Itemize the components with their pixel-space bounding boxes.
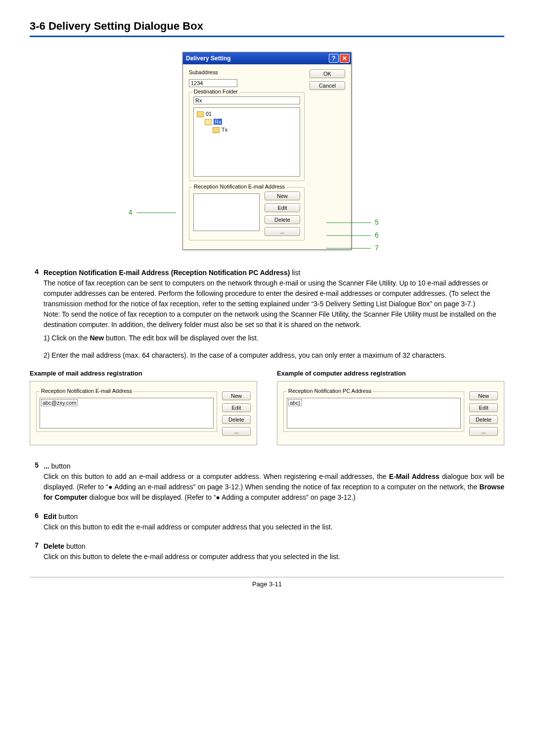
callout-6-line — [326, 235, 371, 236]
ex-pc-delete[interactable]: Delete — [469, 415, 498, 424]
item-7-p: Click on this button to delete the e-mai… — [44, 552, 504, 562]
more-button[interactable]: ... — [265, 227, 300, 236]
new-button[interactable]: New — [265, 191, 300, 200]
ex-pc-list[interactable]: abc — [287, 398, 461, 428]
ex-mail-legend: Reception Notification E-mail Address — [40, 388, 134, 394]
cancel-button[interactable]: Cancel — [310, 81, 345, 90]
tree-node-rx[interactable]: Rx — [197, 118, 297, 126]
folder-tree[interactable]: 01 Rx Tx — [193, 107, 300, 177]
example-pc-title: Example of computer address registration — [277, 370, 504, 377]
item-6-suffix: button — [56, 513, 78, 520]
item-7: 7 Delete button Click on this button to … — [30, 541, 504, 562]
dialog-titlebar: Delivery Setting ? ✕ — [183, 52, 351, 64]
help-button[interactable]: ? — [329, 54, 339, 63]
item-5-pc: dialogue box will be displayed. (Refer t… — [88, 493, 356, 501]
item-6-num: 6 — [30, 512, 39, 532]
notification-legend: Reception Notification E-mail Address — [192, 184, 286, 189]
notification-list[interactable] — [193, 193, 260, 231]
edit-button[interactable]: Edit — [265, 203, 300, 212]
item-5-b1: E-Mail Address — [389, 472, 440, 480]
ex-mail-new[interactable]: New — [222, 391, 251, 400]
item-7-num: 7 — [30, 541, 39, 562]
dialog-title: Delivery Setting — [186, 55, 231, 62]
callout-4-line — [136, 212, 176, 213]
ex-pc-new[interactable]: New — [469, 391, 498, 400]
ex-pc-edit[interactable]: Edit — [469, 403, 498, 412]
destination-folder-group: Destination Folder 01 Rx Tx — [189, 92, 305, 181]
figure-area: 4 Delivery Setting ? ✕ Subaddress Destin… — [30, 52, 504, 250]
ex-mail-group: Reception Notification E-mail Address ab… — [36, 391, 217, 432]
example-mail-title: Example of mail address registration — [30, 370, 257, 377]
item-6-title: Edit — [44, 513, 56, 520]
item-6: 6 Edit button Click on this button to ed… — [30, 512, 504, 532]
callout-5: 5 — [375, 218, 379, 226]
example-pc: Example of computer address registration… — [277, 370, 504, 445]
item-4-step2: 2) Enter the mail address (max. 64 chara… — [44, 350, 504, 361]
item-5-num: 5 — [30, 461, 39, 503]
item-4-num: 4 — [30, 268, 39, 361]
item-4-p1: The notice of fax reception can be sent … — [44, 278, 504, 309]
item-4-step1a: 1) Click on the — [44, 334, 89, 342]
item-6-p: Click on this button to edit the e-mail … — [44, 522, 504, 532]
ex-pc-group: Reception Notification PC Address abc — [283, 391, 464, 432]
ex-pc-value: abc — [288, 399, 302, 406]
destination-folder-input[interactable] — [193, 96, 300, 104]
ex-mail-delete[interactable]: Delete — [222, 415, 251, 424]
ex-pc-more[interactable]: ... — [469, 427, 498, 436]
page-footer: Page 3-11 — [30, 577, 504, 588]
tree-node-root[interactable]: 01 — [197, 110, 297, 118]
item-4-suffix: list — [290, 269, 300, 277]
ok-button[interactable]: OK — [310, 69, 345, 78]
item-7-suffix: button — [64, 542, 86, 550]
ex-pc-legend: Reception Notification PC Address — [287, 388, 373, 394]
item-4-title: Reception Notification E-mail Address (R… — [44, 269, 290, 277]
callout-7-line — [326, 248, 371, 249]
ex-mail-list[interactable]: abc@zxy.com — [40, 398, 214, 428]
item-5-suffix: button — [49, 462, 71, 470]
item-5: 5 ... button Click on this button to add… — [30, 461, 504, 503]
item-4-p2: Note: To send the notice of fax receptio… — [44, 309, 504, 330]
delivery-setting-dialog: Delivery Setting ? ✕ Subaddress Destinat… — [182, 52, 352, 250]
subaddress-input[interactable] — [189, 79, 237, 87]
item-4-step1-bold: New — [89, 334, 104, 342]
section-heading: 3-6 Delivery Setting Dialogue Box — [30, 20, 504, 37]
callout-4: 4 — [129, 208, 133, 216]
tree-node-tx[interactable]: Tx — [197, 126, 297, 134]
ex-mail-value: abc@zxy.com — [41, 399, 78, 406]
callout-6: 6 — [375, 231, 379, 239]
callout-5-line — [326, 222, 371, 223]
ex-mail-edit[interactable]: Edit — [222, 403, 251, 412]
delete-button[interactable]: Delete — [265, 215, 300, 224]
examples: Example of mail address registration Rec… — [30, 370, 504, 445]
subaddress-label: Subaddress — [189, 69, 305, 75]
item-5-pa: Click on this button to add an e-mail ad… — [44, 472, 389, 480]
item-4: 4 Reception Notification E-mail Address … — [30, 268, 504, 361]
item-7-title: Delete — [44, 542, 64, 550]
callout-7: 7 — [375, 244, 379, 252]
example-mail: Example of mail address registration Rec… — [30, 370, 257, 445]
item-4-step1b: button. The edit box will be displayed o… — [104, 334, 259, 342]
ex-mail-more[interactable]: ... — [222, 427, 251, 436]
item-5-title: ... — [44, 462, 49, 470]
notification-group: Reception Notification E-mail Address Ne… — [189, 187, 305, 240]
close-button[interactable]: ✕ — [340, 54, 350, 63]
destination-folder-legend: Destination Folder — [192, 89, 239, 94]
